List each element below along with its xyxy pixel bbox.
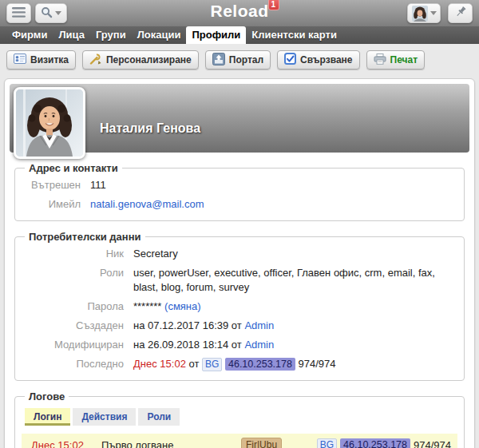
profile-name: Наталия Генова (100, 121, 200, 136)
country-badge[interactable]: BG (317, 438, 337, 448)
portal-icon (212, 53, 225, 68)
portal-button-label: Портал (229, 54, 263, 65)
modified-by-link[interactable]: Admin (244, 339, 274, 351)
field-label: Имейл (23, 197, 81, 212)
section-address-contacts: Адрес и контакти Вътрешен 111 Имейл nata… (14, 162, 465, 221)
log-table: Днес 15:02 Първо логване Fir|Ubu BG 46.1… (22, 434, 457, 448)
portal-button[interactable]: Портал (205, 50, 271, 69)
field-created: Създаден на 07.12.2017 16:39 от Admin (23, 316, 456, 335)
last-login-preposition: от (188, 358, 199, 370)
log-tab-actions[interactable]: Действия (73, 408, 136, 426)
customize-button-label: Персонализиране (106, 54, 192, 65)
field-value: Secretary (133, 247, 456, 261)
last-login-time: Днес 15:02 (133, 358, 186, 370)
current-user-menu-button[interactable] (407, 3, 441, 23)
field-email: Имейл natali.genova@mail.com (23, 195, 456, 214)
chevron-down-icon (55, 11, 61, 15)
customize-icon (89, 54, 102, 67)
notification-badge[interactable]: 1 (268, 0, 279, 10)
tab-profiles[interactable]: Профили (186, 26, 246, 44)
customize-button[interactable]: Персонализиране (82, 50, 199, 69)
section-logs: Логове Логин Действия Роли Днес 15:02 Пъ… (14, 391, 465, 448)
quota-value: 974/974 (414, 439, 451, 448)
connect-button[interactable]: Свързване (277, 50, 359, 69)
search-button[interactable] (35, 3, 67, 23)
log-tab-login[interactable]: Логин (25, 408, 70, 426)
topbar: Reload 1 (0, 0, 479, 26)
vcard-button[interactable]: Визитка (6, 50, 76, 69)
created-by-link[interactable]: Admin (244, 319, 274, 331)
field-modified: Модифициран на 26.09.2018 18:14 от Admin (23, 335, 456, 355)
connect-checkbox-icon (284, 53, 296, 67)
log-event: Първо логване (101, 439, 241, 448)
chevron-down-icon (430, 11, 437, 15)
field-value: 111 (90, 178, 456, 192)
modified-text: на 26.09.2018 18:14 от (133, 339, 242, 351)
vcard-icon (14, 54, 26, 66)
search-icon (41, 6, 53, 21)
connect-button-label: Свързване (300, 54, 352, 65)
country-badge[interactable]: BG (202, 358, 222, 371)
printer-icon (374, 54, 386, 67)
field-password: Парола ******* (смяна) (23, 297, 456, 316)
ip-address-badge[interactable]: 46.10.253.178 (340, 438, 410, 448)
change-password-link[interactable]: (смяна) (164, 300, 201, 312)
client-badge: Fir|Ubu (241, 438, 282, 448)
field-value: user, powerUser, executive, officer, Гла… (133, 266, 456, 295)
tab-groups[interactable]: Групи (90, 26, 132, 44)
profile-panel: Наталия Генова Адрес и контакти Вътрешен… (4, 78, 475, 448)
pin-button[interactable] (448, 3, 473, 23)
log-time: Днес 15:02 (31, 439, 101, 448)
quota-value: 974/974 (299, 358, 336, 370)
field-label: Последно (23, 357, 124, 371)
field-label: Създаден (23, 319, 124, 333)
field-label: Ник (23, 247, 124, 261)
field-label: Парола (23, 299, 124, 314)
action-toolbar: Визитка Персонализиране Портал Свързване… (0, 44, 479, 77)
app-title: Reload (210, 2, 268, 20)
field-label: Вътрешен (23, 178, 81, 192)
profile-header-band: Наталия Генова (10, 84, 469, 153)
user-avatar (412, 6, 428, 22)
tab-locations[interactable]: Локации (132, 26, 187, 44)
vcard-button-label: Визитка (30, 54, 69, 65)
pushpin-icon (454, 6, 467, 21)
field-internal-phone: Вътрешен 111 (23, 176, 456, 195)
tab-persons[interactable]: Лица (53, 26, 90, 44)
password-mask: ******* (133, 300, 161, 312)
main-nav: Фирми Лица Групи Локации Профили Клиентс… (0, 26, 479, 44)
field-label: Роли (23, 266, 124, 295)
profile-photo[interactable] (14, 87, 85, 159)
created-text: на 07.12.2017 16:39 от (133, 319, 242, 331)
field-label: Модифициран (23, 338, 124, 352)
hamburger-icon (12, 7, 26, 20)
log-row[interactable]: Днес 15:02 Първо логване Fir|Ubu BG 46.1… (22, 434, 457, 448)
section-title: Потребителски данни (25, 231, 145, 243)
field-roles: Роли user, powerUser, executive, officer… (23, 264, 456, 297)
print-button[interactable]: Печат (366, 50, 426, 69)
log-tabs: Логин Действия Роли (25, 408, 456, 426)
tab-client-cards[interactable]: Клиентски карти (246, 26, 342, 44)
print-button-label: Печат (390, 54, 418, 65)
tab-companies[interactable]: Фирми (6, 26, 53, 44)
section-user-data: Потребителски данни Ник Secretary Роли u… (14, 231, 465, 381)
field-last-login: Последно Днес 15:02 от BG 46.10.253.178 … (23, 355, 456, 374)
field-nick: Ник Secretary (23, 244, 456, 264)
menu-button[interactable] (6, 3, 31, 23)
log-tab-roles[interactable]: Роли (138, 408, 180, 426)
section-title: Логове (25, 391, 69, 402)
email-link[interactable]: natali.genova@mail.com (90, 198, 204, 210)
ip-address-badge[interactable]: 46.10.253.178 (225, 358, 295, 371)
section-title: Адрес и контакти (25, 162, 122, 174)
